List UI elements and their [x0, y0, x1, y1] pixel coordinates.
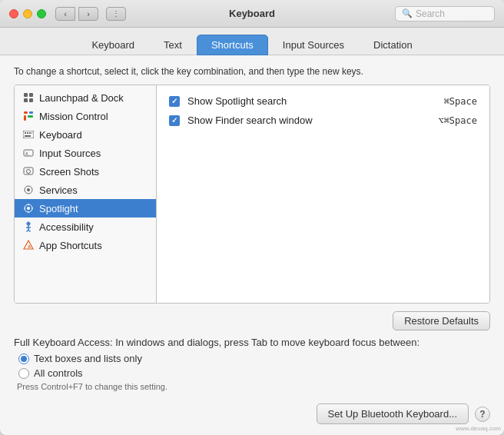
- tab-dictation[interactable]: Dictation: [359, 35, 427, 55]
- sidebar-label-screenshots: Screen Shots: [39, 166, 99, 178]
- shortcut-label-1: Show Finder search window: [187, 115, 430, 126]
- tab-text[interactable]: Text: [149, 35, 197, 55]
- full-access-section: Full Keyboard Access: In windows and dia…: [14, 337, 490, 391]
- check-icon-1: ✓: [171, 116, 177, 125]
- svg-rect-12: [32, 132, 32, 134]
- tabbar: Keyboard Text Shortcuts Input Sources Di…: [0, 28, 504, 55]
- svg-text:A: A: [25, 151, 28, 156]
- shortcut-keys-1: ⌥⌘Space: [438, 115, 477, 126]
- traffic-lights: [9, 9, 46, 18]
- tab-input-sources[interactable]: Input Sources: [268, 35, 359, 55]
- search-icon: 🔍: [402, 8, 413, 18]
- shortcut-row-1: ✓ Show Finder search window ⌥⌘Space: [163, 111, 483, 130]
- svg-point-17: [27, 170, 31, 174]
- checkbox-spotlight-search[interactable]: ✓: [169, 96, 180, 107]
- sidebar-label-keyboard: Keyboard: [39, 129, 82, 141]
- radio-dot-text-boxes: [21, 356, 27, 362]
- sidebar-label-app-shortcuts: App Shortcuts: [39, 240, 102, 251]
- footer-row: Set Up Bluetooth Keyboard... ?: [14, 403, 490, 424]
- sidebar-label-services: Services: [39, 184, 78, 196]
- svg-line-32: [28, 230, 31, 232]
- screenshots-icon: [22, 165, 35, 178]
- back-button[interactable]: ‹: [55, 7, 75, 21]
- search-bar[interactable]: 🔍 Search: [395, 6, 495, 22]
- app-shortcuts-icon: A: [22, 239, 35, 251]
- sidebar-item-screenshots[interactable]: Screen Shots: [15, 162, 156, 181]
- keyboard-icon: [22, 128, 35, 141]
- svg-rect-3: [29, 98, 33, 102]
- keyboard-window: ‹ › ⋮ Keyboard 🔍 Search Keyboard Text Sh…: [0, 0, 504, 435]
- sidebar-label-launchpad: Launchpad & Dock: [39, 92, 124, 104]
- sidebar-item-input-sources[interactable]: A Input Sources: [15, 144, 156, 162]
- svg-rect-11: [29, 132, 31, 134]
- mission-control-icon: [22, 110, 35, 122]
- tab-keyboard[interactable]: Keyboard: [77, 35, 149, 55]
- restore-defaults-button[interactable]: Restore Defaults: [393, 311, 490, 330]
- radio-label-text-boxes: Text boxes and lists only: [34, 353, 142, 364]
- minimize-button[interactable]: [23, 9, 32, 18]
- main-panel: Launchpad & Dock Mission Control: [14, 85, 490, 304]
- sidebar-item-accessibility[interactable]: Accessibility: [15, 218, 156, 236]
- svg-rect-8: [23, 131, 34, 138]
- check-icon-0: ✓: [171, 97, 177, 105]
- svg-rect-5: [29, 111, 33, 114]
- full-access-title: Full Keyboard Access: In windows and dia…: [14, 337, 490, 348]
- window-title: Keyboard: [229, 8, 275, 19]
- sidebar-item-mission-control[interactable]: Mission Control: [15, 107, 156, 125]
- search-placeholder: Search: [416, 8, 445, 19]
- maximize-button[interactable]: [37, 9, 46, 18]
- help-button[interactable]: ?: [475, 407, 490, 422]
- nav-buttons: ‹ ›: [55, 7, 98, 21]
- svg-point-28: [28, 223, 30, 225]
- svg-rect-9: [25, 132, 26, 134]
- services-icon: [22, 184, 35, 196]
- tab-shortcuts[interactable]: Shortcuts: [197, 35, 268, 55]
- sidebar-item-spotlight[interactable]: Spotlight: [15, 199, 156, 218]
- hint-text: To change a shortcut, select it, click t…: [14, 66, 490, 77]
- forward-button[interactable]: ›: [78, 7, 98, 21]
- bottom-area: Restore Defaults Full Keyboard Access: I…: [14, 311, 490, 424]
- svg-rect-2: [24, 98, 28, 102]
- svg-point-21: [27, 207, 30, 210]
- radio-label-all-controls: All controls: [34, 367, 83, 379]
- sidebar-item-app-shortcuts[interactable]: A App Shortcuts: [15, 236, 156, 254]
- radio-row-text-boxes: Text boxes and lists only: [18, 353, 490, 364]
- accessibility-icon: [22, 221, 35, 233]
- checkbox-finder-search[interactable]: ✓: [169, 115, 180, 126]
- sidebar-item-launchpad[interactable]: Launchpad & Dock: [15, 88, 156, 107]
- shortcut-row-0: ✓ Show Spotlight search ⌘Space: [163, 91, 483, 111]
- svg-text:A: A: [28, 244, 32, 249]
- sidebar-label-accessibility: Accessibility: [39, 221, 94, 233]
- radio-row-all-controls: All controls: [18, 367, 490, 379]
- restore-row: Restore Defaults: [14, 311, 490, 330]
- radio-text-boxes[interactable]: [18, 354, 29, 364]
- spotlight-icon: [22, 202, 35, 214]
- sidebar-item-services[interactable]: Services: [15, 181, 156, 199]
- content-area: To change a shortcut, select it, click t…: [0, 55, 504, 435]
- svg-rect-1: [29, 93, 33, 97]
- shortcut-label-0: Show Spotlight search: [187, 95, 436, 107]
- svg-rect-0: [24, 93, 28, 97]
- close-button[interactable]: [9, 9, 18, 18]
- svg-rect-4: [24, 111, 28, 114]
- svg-rect-10: [27, 132, 28, 134]
- sidebar-item-keyboard[interactable]: Keyboard: [15, 125, 156, 144]
- shortcuts-panel: ✓ Show Spotlight search ⌘Space ✓ Show Fi…: [157, 85, 489, 303]
- sidebar-label-input-sources: Input Sources: [39, 148, 101, 159]
- input-sources-icon: A: [22, 147, 35, 159]
- launchpad-icon: [22, 91, 35, 104]
- bluetooth-button[interactable]: Set Up Bluetooth Keyboard...: [317, 403, 469, 424]
- shortcut-keys-0: ⌘Space: [444, 96, 477, 107]
- control-hint: Press Control+F7 to change this setting.: [17, 382, 490, 391]
- svg-rect-13: [25, 135, 31, 137]
- svg-rect-7: [28, 115, 33, 118]
- svg-point-19: [27, 188, 30, 191]
- titlebar: ‹ › ⋮ Keyboard 🔍 Search: [0, 0, 504, 28]
- sidebar: Launchpad & Dock Mission Control: [15, 85, 157, 303]
- sidebar-label-mission-control: Mission Control: [39, 111, 108, 122]
- radio-all-controls[interactable]: [18, 368, 29, 379]
- sidebar-label-spotlight: Spotlight: [39, 203, 78, 214]
- svg-rect-6: [24, 115, 26, 121]
- grid-button[interactable]: ⋮: [106, 7, 126, 21]
